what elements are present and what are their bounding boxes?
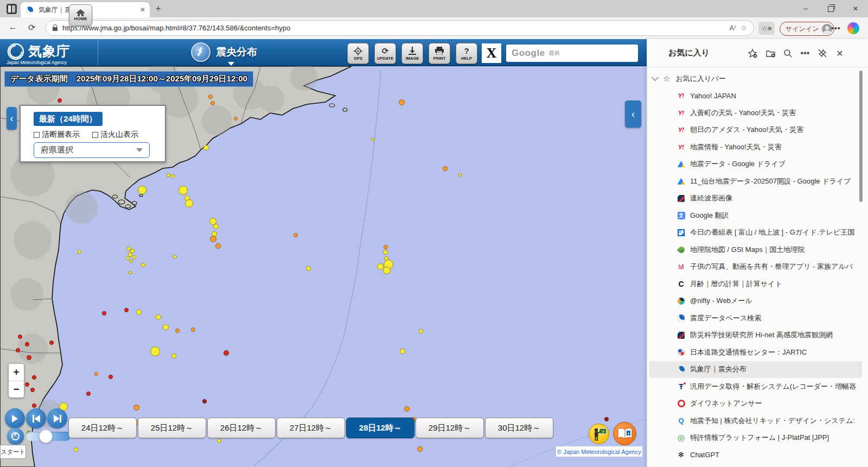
read-aloud-icon[interactable]: A⁾: [729, 24, 736, 32]
favorites-item[interactable]: 今日の番組表 [ 富山 / 地上波 ] - Gガイド.テレビ王国: [647, 224, 864, 242]
agency-name-en: Japan Meteorological Agency: [7, 60, 67, 65]
favorites-item[interactable]: ダイワネットアンサー: [647, 395, 864, 413]
latest-24h-button[interactable]: 最新（24時間）: [34, 112, 103, 126]
close-button[interactable]: ✕: [843, 0, 868, 17]
zoom-out-button[interactable]: −: [9, 381, 24, 398]
favorites-item[interactable]: 日本道路交通情報センター：JARTIC: [647, 344, 864, 361]
favorites-item[interactable]: 入善町の天気 - Yahoo!天気・災害: [647, 104, 864, 122]
favorites-item[interactable]: 子供の写真、動画を共有・整理アプリ - 家族アルバ: [647, 258, 864, 276]
jma-logo-icon[interactable]: [7, 42, 25, 61]
title-caret-icon[interactable]: [228, 62, 234, 66]
favorites-item[interactable]: 特許情報プラットフォーム | J-PlatPat [JPP]: [647, 430, 864, 447]
more-options-icon[interactable]: •••: [800, 48, 810, 58]
favorites-item[interactable]: 防災科学技術研究所 Hi-net 高感度地震観測網: [647, 327, 864, 344]
close-icon[interactable]: ✕: [835, 48, 845, 58]
slider-knob[interactable]: [39, 430, 53, 443]
favorites-bar-icon[interactable]: ☆≡: [758, 22, 775, 35]
favorites-scrollbar[interactable]: [859, 71, 863, 202]
tutorial-round-icon[interactable]: ?: [589, 424, 609, 444]
new-tab-button[interactable]: +: [156, 4, 161, 13]
favorites-item[interactable]: 地震データ - Google ドライブ: [647, 156, 864, 173]
favorites-item[interactable]: 11_仙台地震データ-202507開設 - Google ドライブ: [647, 173, 864, 190]
refresh-icon[interactable]: ⟳: [28, 22, 35, 33]
tab-workspaces-icon[interactable]: [7, 4, 17, 14]
agency-name[interactable]: 気象庁: [28, 42, 71, 60]
favorites-item-label: 気象庁｜震央分布: [690, 364, 746, 374]
minimize-button[interactable]: ─: [793, 0, 818, 17]
favorites-item-label: 地震情報 - Yahoo!天気・災害: [690, 142, 782, 152]
header-divider: [98, 40, 98, 65]
volcano-checkbox[interactable]: [92, 132, 98, 138]
favorites-item[interactable]: Yahoo! JAPAN: [647, 87, 864, 105]
favorites-item[interactable]: Google 翻訳: [647, 207, 864, 224]
zoom-in-button[interactable]: +: [9, 364, 24, 381]
image-button[interactable]: IMAGE: [401, 43, 423, 64]
fault-checkbox-row[interactable]: 活断層表示: [34, 130, 80, 140]
tab-close-icon[interactable]: ✕: [140, 6, 145, 14]
favorites-item[interactable]: 震度データベース検索: [647, 310, 864, 327]
copilot-icon[interactable]: [847, 22, 859, 34]
home-button[interactable]: HOME: [69, 4, 92, 26]
mitene-icon: [676, 262, 686, 272]
signin-button[interactable]: サインイン: [780, 22, 834, 36]
time-button-29th[interactable]: 29日12時～: [416, 418, 484, 438]
play-button[interactable]: [5, 408, 25, 428]
x-share-button[interactable]: X: [482, 43, 501, 63]
favorites-item-label: 汎用データ取得・解析システム(レコーダー・増幅器: [690, 382, 856, 392]
favorites-bar-folder[interactable]: ☆ お気に入りバー: [647, 70, 864, 87]
time-button-28th[interactable]: 28日12時～: [346, 418, 414, 438]
chevron-down-icon[interactable]: [652, 74, 659, 81]
address-bar[interactable]: https://www.jma.go.jp/bosai/map.html#8/3…: [46, 20, 754, 36]
favorites-item[interactable]: 地理院地図 / GSI Maps｜国土地理院: [647, 241, 864, 258]
url-text[interactable]: https://www.jma.go.jp/bosai/map.html#8/3…: [62, 24, 724, 32]
skip-end-tri: [54, 415, 60, 422]
skip-start-button[interactable]: [26, 408, 46, 428]
favorites-item[interactable]: 汎用データ取得・解析システム(レコーダー・増幅器: [647, 378, 864, 395]
search-icon[interactable]: [783, 48, 793, 58]
add-folder-icon[interactable]: [765, 48, 775, 58]
add-favorite-icon[interactable]: [748, 48, 757, 58]
svg-text:i: i: [628, 431, 629, 435]
favorites-item[interactable]: 連続波形画像: [647, 190, 864, 207]
nied-icon: [676, 331, 686, 340]
collapse-panel-chevron[interactable]: ‹: [7, 107, 17, 130]
browser-menu-icon[interactable]: •••: [831, 24, 841, 33]
google-search-box[interactable]: Google 提供: [506, 45, 638, 62]
back-icon[interactable]: ←: [9, 22, 17, 32]
fault-checkbox[interactable]: [34, 132, 40, 138]
print-button[interactable]: PRINT: [429, 43, 450, 64]
time-button-27th[interactable]: 27日12時～: [277, 418, 345, 438]
unpin-icon[interactable]: [818, 48, 827, 58]
time-button-25th[interactable]: 25日12時～: [138, 418, 206, 438]
map-title-group[interactable]: 震央分布: [191, 42, 257, 62]
favorites-item[interactable]: 地震予知 | 株式会社リキッド・デザイン・システム:: [647, 412, 864, 430]
volcano-checkbox-row[interactable]: 活火山表示: [92, 130, 138, 140]
favorite-star-icon[interactable]: ☆: [741, 24, 747, 32]
time-button-26th[interactable]: 26日12時～: [207, 418, 276, 438]
manual-round-icon[interactable]: i: [613, 422, 636, 445]
speed-clock-button[interactable]: [7, 428, 24, 445]
favorites-item[interactable]: ChatGPT: [647, 446, 864, 464]
favorites-item-label: 入善町の天気 - Yahoo!天気・災害: [690, 108, 796, 118]
favorites-item[interactable]: 地震情報 - Yahoo!天気・災害: [647, 138, 864, 156]
update-button[interactable]: ⟳ UPDATE: [374, 43, 396, 64]
restore-button[interactable]: [818, 0, 843, 17]
favorites-item[interactable]: @nifty - Webメール: [647, 293, 864, 310]
time-button-30th[interactable]: 30日12時～: [485, 418, 553, 438]
favorites-item[interactable]: 朝日のアメダス - Yahoo!天気・災害: [647, 122, 864, 139]
skip-end-button[interactable]: [47, 408, 67, 428]
help-button[interactable]: ? HELP: [456, 43, 477, 64]
gps-button[interactable]: GPS: [347, 43, 369, 64]
keisan-icon: [676, 279, 686, 288]
favorites-item[interactable]: 月齢｜暦の計算｜計算サイト: [647, 275, 864, 293]
time-slider[interactable]: [26, 432, 71, 441]
favorites-item-label: 今日の番組表 [ 富山 / 地上波 ] - Gガイド.テレビ王国: [690, 228, 854, 237]
signin-label: サインイン: [786, 24, 819, 34]
period-title: データ表示期間: [10, 74, 68, 84]
collapse-sidebar-chevron[interactable]: ‹: [625, 100, 641, 128]
gsi-icon: [676, 245, 686, 254]
update-icon: ⟳: [382, 46, 389, 55]
time-button-24th[interactable]: 24日12時～: [68, 418, 137, 438]
favorites-item[interactable]: 気象庁｜震央分布: [649, 361, 862, 378]
prefecture-select[interactable]: 府県選択: [34, 142, 150, 158]
